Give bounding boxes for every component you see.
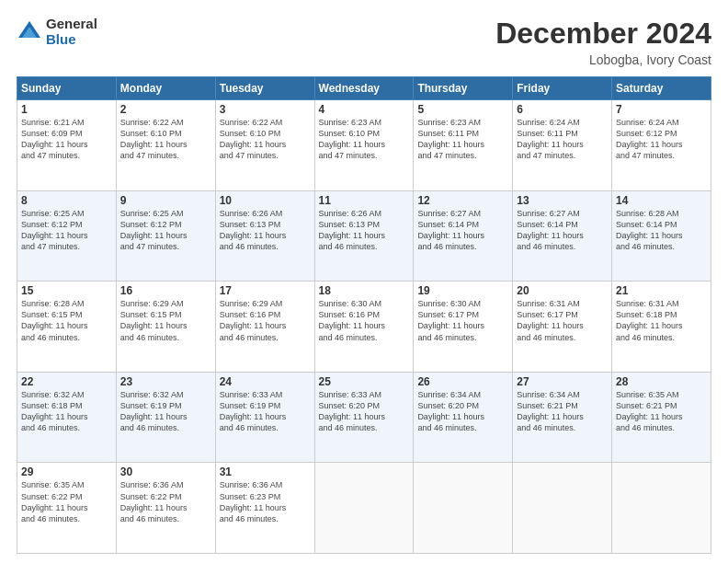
day-info: Sunrise: 6:36 AM Sunset: 6:22 PM Dayligh… xyxy=(120,479,211,524)
calendar-cell xyxy=(612,463,711,554)
day-number: 1 xyxy=(21,103,112,116)
day-info: Sunrise: 6:23 AM Sunset: 6:10 PM Dayligh… xyxy=(319,117,410,162)
day-number: 25 xyxy=(319,375,410,388)
calendar-cell: 6Sunrise: 6:24 AM Sunset: 6:11 PM Daylig… xyxy=(513,100,612,191)
day-number: 19 xyxy=(417,284,508,297)
calendar-cell: 16Sunrise: 6:29 AM Sunset: 6:15 PM Dayli… xyxy=(116,282,215,373)
day-info: Sunrise: 6:26 AM Sunset: 6:13 PM Dayligh… xyxy=(319,208,410,253)
day-info: Sunrise: 6:25 AM Sunset: 6:12 PM Dayligh… xyxy=(21,208,112,253)
calendar-week-row: 22Sunrise: 6:32 AM Sunset: 6:18 PM Dayli… xyxy=(17,372,711,463)
day-number: 10 xyxy=(220,194,311,207)
calendar-cell: 18Sunrise: 6:30 AM Sunset: 6:16 PM Dayli… xyxy=(314,282,414,373)
day-number: 8 xyxy=(21,194,112,207)
day-number: 12 xyxy=(417,194,508,207)
day-info: Sunrise: 6:24 AM Sunset: 6:12 PM Dayligh… xyxy=(616,117,707,162)
day-info: Sunrise: 6:35 AM Sunset: 6:22 PM Dayligh… xyxy=(21,479,112,524)
calendar-cell: 22Sunrise: 6:32 AM Sunset: 6:18 PM Dayli… xyxy=(17,372,117,463)
calendar-cell xyxy=(314,463,414,554)
day-info: Sunrise: 6:27 AM Sunset: 6:14 PM Dayligh… xyxy=(517,208,608,253)
calendar: SundayMondayTuesdayWednesdayThursdayFrid… xyxy=(17,76,711,554)
day-info: Sunrise: 6:28 AM Sunset: 6:15 PM Dayligh… xyxy=(21,298,112,343)
calendar-day-header: Friday xyxy=(513,77,612,100)
day-number: 14 xyxy=(616,194,707,207)
day-info: Sunrise: 6:35 AM Sunset: 6:21 PM Dayligh… xyxy=(616,389,707,434)
calendar-cell: 24Sunrise: 6:33 AM Sunset: 6:19 PM Dayli… xyxy=(215,372,314,463)
calendar-cell: 29Sunrise: 6:35 AM Sunset: 6:22 PM Dayli… xyxy=(17,463,117,554)
calendar-cell: 20Sunrise: 6:31 AM Sunset: 6:17 PM Dayli… xyxy=(513,282,612,373)
calendar-day-header: Sunday xyxy=(17,77,117,100)
day-number: 4 xyxy=(319,103,410,116)
calendar-cell: 14Sunrise: 6:28 AM Sunset: 6:14 PM Dayli… xyxy=(612,190,711,282)
day-info: Sunrise: 6:21 AM Sunset: 6:09 PM Dayligh… xyxy=(21,117,112,162)
calendar-week-row: 29Sunrise: 6:35 AM Sunset: 6:22 PM Dayli… xyxy=(17,463,711,554)
day-number: 9 xyxy=(120,194,211,207)
calendar-cell: 31Sunrise: 6:36 AM Sunset: 6:23 PM Dayli… xyxy=(215,463,314,554)
day-info: Sunrise: 6:30 AM Sunset: 6:17 PM Dayligh… xyxy=(417,298,508,343)
calendar-cell: 5Sunrise: 6:23 AM Sunset: 6:11 PM Daylig… xyxy=(414,100,513,191)
calendar-cell: 15Sunrise: 6:28 AM Sunset: 6:15 PM Dayli… xyxy=(17,282,117,373)
calendar-cell: 23Sunrise: 6:32 AM Sunset: 6:19 PM Dayli… xyxy=(116,372,215,463)
calendar-week-row: 1Sunrise: 6:21 AM Sunset: 6:09 PM Daylig… xyxy=(17,100,711,191)
day-info: Sunrise: 6:22 AM Sunset: 6:10 PM Dayligh… xyxy=(220,117,311,162)
day-info: Sunrise: 6:29 AM Sunset: 6:15 PM Dayligh… xyxy=(120,298,211,343)
main-title: December 2024 xyxy=(495,17,711,51)
day-info: Sunrise: 6:22 AM Sunset: 6:10 PM Dayligh… xyxy=(120,117,211,162)
day-info: Sunrise: 6:26 AM Sunset: 6:13 PM Dayligh… xyxy=(220,208,311,253)
page: General Blue December 2024 Lobogba, Ivor… xyxy=(0,0,728,563)
general-blue-icon xyxy=(17,19,42,45)
day-number: 13 xyxy=(517,194,608,207)
calendar-cell: 9Sunrise: 6:25 AM Sunset: 6:12 PM Daylig… xyxy=(116,190,215,282)
header: General Blue December 2024 Lobogba, Ivor… xyxy=(17,17,711,67)
day-number: 15 xyxy=(21,284,112,297)
calendar-cell: 1Sunrise: 6:21 AM Sunset: 6:09 PM Daylig… xyxy=(17,100,117,191)
day-info: Sunrise: 6:34 AM Sunset: 6:20 PM Dayligh… xyxy=(417,389,508,434)
day-info: Sunrise: 6:31 AM Sunset: 6:17 PM Dayligh… xyxy=(517,298,608,343)
day-number: 29 xyxy=(21,465,112,478)
day-number: 21 xyxy=(616,284,707,297)
calendar-cell: 13Sunrise: 6:27 AM Sunset: 6:14 PM Dayli… xyxy=(513,190,612,282)
calendar-cell: 21Sunrise: 6:31 AM Sunset: 6:18 PM Dayli… xyxy=(612,282,711,373)
logo: General Blue xyxy=(17,17,97,47)
calendar-header-row: SundayMondayTuesdayWednesdayThursdayFrid… xyxy=(17,77,711,100)
logo-text: General Blue xyxy=(46,17,97,47)
calendar-cell xyxy=(513,463,612,554)
day-number: 28 xyxy=(616,375,707,388)
calendar-cell: 17Sunrise: 6:29 AM Sunset: 6:16 PM Dayli… xyxy=(215,282,314,373)
logo-blue: Blue xyxy=(46,32,97,48)
day-info: Sunrise: 6:33 AM Sunset: 6:19 PM Dayligh… xyxy=(220,389,311,434)
day-info: Sunrise: 6:36 AM Sunset: 6:23 PM Dayligh… xyxy=(220,479,311,524)
day-number: 3 xyxy=(220,103,311,116)
day-info: Sunrise: 6:27 AM Sunset: 6:14 PM Dayligh… xyxy=(417,208,508,253)
day-info: Sunrise: 6:34 AM Sunset: 6:21 PM Dayligh… xyxy=(517,389,608,434)
title-section: December 2024 Lobogba, Ivory Coast xyxy=(495,17,711,67)
day-number: 27 xyxy=(517,375,608,388)
logo-general: General xyxy=(46,17,97,32)
day-info: Sunrise: 6:30 AM Sunset: 6:16 PM Dayligh… xyxy=(319,298,410,343)
calendar-cell: 12Sunrise: 6:27 AM Sunset: 6:14 PM Dayli… xyxy=(414,190,513,282)
day-number: 18 xyxy=(319,284,410,297)
day-number: 30 xyxy=(120,465,211,478)
calendar-cell: 7Sunrise: 6:24 AM Sunset: 6:12 PM Daylig… xyxy=(612,100,711,191)
day-number: 23 xyxy=(120,375,211,388)
day-info: Sunrise: 6:33 AM Sunset: 6:20 PM Dayligh… xyxy=(319,389,410,434)
calendar-cell: 10Sunrise: 6:26 AM Sunset: 6:13 PM Dayli… xyxy=(215,190,314,282)
calendar-cell: 19Sunrise: 6:30 AM Sunset: 6:17 PM Dayli… xyxy=(414,282,513,373)
day-info: Sunrise: 6:29 AM Sunset: 6:16 PM Dayligh… xyxy=(220,298,311,343)
day-number: 26 xyxy=(417,375,508,388)
calendar-cell: 26Sunrise: 6:34 AM Sunset: 6:20 PM Dayli… xyxy=(414,372,513,463)
day-number: 20 xyxy=(517,284,608,297)
calendar-cell: 2Sunrise: 6:22 AM Sunset: 6:10 PM Daylig… xyxy=(116,100,215,191)
day-number: 6 xyxy=(517,103,608,116)
calendar-day-header: Tuesday xyxy=(215,77,314,100)
day-info: Sunrise: 6:32 AM Sunset: 6:19 PM Dayligh… xyxy=(120,389,211,434)
day-number: 2 xyxy=(120,103,211,116)
day-info: Sunrise: 6:23 AM Sunset: 6:11 PM Dayligh… xyxy=(417,117,508,162)
day-info: Sunrise: 6:31 AM Sunset: 6:18 PM Dayligh… xyxy=(616,298,707,343)
calendar-cell: 27Sunrise: 6:34 AM Sunset: 6:21 PM Dayli… xyxy=(513,372,612,463)
calendar-cell: 4Sunrise: 6:23 AM Sunset: 6:10 PM Daylig… xyxy=(314,100,414,191)
day-number: 16 xyxy=(120,284,211,297)
day-number: 11 xyxy=(319,194,410,207)
day-number: 17 xyxy=(220,284,311,297)
calendar-cell xyxy=(414,463,513,554)
day-info: Sunrise: 6:32 AM Sunset: 6:18 PM Dayligh… xyxy=(21,389,112,434)
